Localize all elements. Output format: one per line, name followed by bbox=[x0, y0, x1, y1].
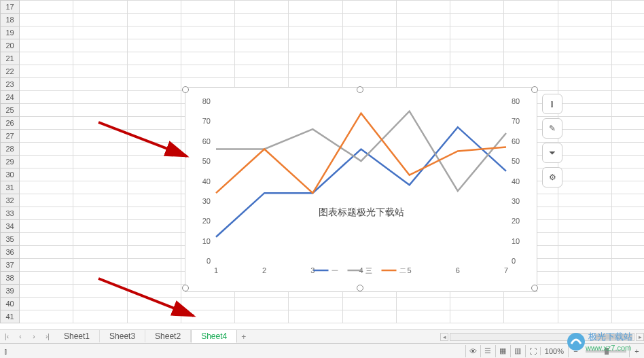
chart-object[interactable]: 0010102020303040405050606070708080123456… bbox=[185, 87, 537, 292]
cell[interactable] bbox=[611, 272, 644, 285]
cell[interactable] bbox=[396, 1, 450, 14]
cell[interactable] bbox=[611, 298, 644, 310]
view-eye-icon[interactable]: 👁 bbox=[465, 345, 480, 357]
cell[interactable] bbox=[289, 26, 342, 39]
cell[interactable] bbox=[289, 14, 342, 26]
cell[interactable] bbox=[127, 26, 181, 39]
cell[interactable] bbox=[342, 310, 396, 323]
cell[interactable] bbox=[504, 52, 558, 65]
cell[interactable] bbox=[558, 117, 611, 130]
cell[interactable] bbox=[181, 26, 234, 39]
cell[interactable] bbox=[73, 130, 127, 143]
cell[interactable] bbox=[73, 220, 127, 233]
cell[interactable] bbox=[127, 143, 181, 156]
row-header[interactable]: 19 bbox=[1, 26, 20, 39]
cell[interactable] bbox=[611, 207, 644, 220]
cell[interactable] bbox=[342, 298, 396, 310]
cell[interactable] bbox=[127, 1, 181, 14]
cell[interactable] bbox=[558, 156, 611, 168]
cell[interactable] bbox=[20, 91, 73, 104]
cell[interactable] bbox=[558, 130, 611, 143]
cell[interactable] bbox=[611, 117, 644, 130]
cell[interactable] bbox=[127, 14, 181, 26]
sheet-nav-last[interactable]: ›| bbox=[41, 331, 54, 343]
cell[interactable] bbox=[181, 14, 234, 26]
chart-filter-icon[interactable]: ⏷ bbox=[542, 143, 562, 163]
cell[interactable] bbox=[289, 310, 342, 323]
cell[interactable] bbox=[20, 78, 73, 91]
cell[interactable] bbox=[73, 181, 127, 194]
cell[interactable] bbox=[20, 1, 73, 14]
cell[interactable] bbox=[20, 52, 73, 65]
view-fullscreen-icon[interactable]: ⛶ bbox=[525, 345, 540, 357]
row-header[interactable]: 23 bbox=[1, 78, 20, 91]
cell[interactable] bbox=[611, 78, 644, 91]
cell[interactable] bbox=[73, 52, 127, 65]
cell[interactable] bbox=[558, 168, 611, 181]
cell[interactable] bbox=[127, 117, 181, 130]
cell[interactable] bbox=[127, 233, 181, 246]
cell[interactable] bbox=[558, 181, 611, 194]
cell[interactable] bbox=[342, 26, 396, 39]
cell[interactable] bbox=[73, 207, 127, 220]
cell[interactable] bbox=[235, 39, 289, 52]
cell[interactable] bbox=[20, 104, 73, 117]
cell[interactable] bbox=[558, 65, 611, 78]
resize-handle-nw[interactable] bbox=[182, 86, 189, 93]
cell[interactable] bbox=[342, 14, 396, 26]
cell[interactable] bbox=[127, 168, 181, 181]
cell[interactable] bbox=[504, 39, 558, 52]
cell[interactable] bbox=[20, 14, 73, 26]
row-header[interactable]: 38 bbox=[1, 272, 20, 285]
row-header[interactable]: 36 bbox=[1, 246, 20, 259]
cell[interactable] bbox=[611, 285, 644, 298]
cell[interactable] bbox=[396, 310, 450, 323]
cell[interactable] bbox=[73, 78, 127, 91]
cell[interactable] bbox=[289, 298, 342, 310]
cell[interactable] bbox=[127, 220, 181, 233]
cell[interactable] bbox=[20, 130, 73, 143]
cell[interactable] bbox=[611, 14, 644, 26]
cell[interactable] bbox=[342, 1, 396, 14]
cell[interactable] bbox=[235, 14, 289, 26]
cell[interactable] bbox=[127, 39, 181, 52]
cell[interactable] bbox=[289, 39, 342, 52]
cell[interactable] bbox=[73, 285, 127, 298]
chart-styles-icon[interactable]: ✎ bbox=[542, 118, 562, 139]
cell[interactable] bbox=[127, 246, 181, 259]
cell[interactable] bbox=[504, 26, 558, 39]
cell[interactable] bbox=[20, 233, 73, 246]
cell[interactable] bbox=[396, 52, 450, 65]
cell[interactable] bbox=[235, 52, 289, 65]
cell[interactable] bbox=[20, 168, 73, 181]
resize-handle-ne[interactable] bbox=[531, 86, 538, 93]
cell[interactable] bbox=[235, 26, 289, 39]
resize-handle-n[interactable] bbox=[357, 86, 363, 93]
cell[interactable] bbox=[73, 168, 127, 181]
cell[interactable] bbox=[127, 310, 181, 323]
cell[interactable] bbox=[73, 39, 127, 52]
sheet-tab-sheet2[interactable]: Sheet2 bbox=[145, 330, 191, 342]
cell[interactable] bbox=[73, 91, 127, 104]
row-header[interactable]: 37 bbox=[1, 259, 20, 272]
cell[interactable] bbox=[20, 65, 73, 78]
cell[interactable] bbox=[396, 14, 450, 26]
cell[interactable] bbox=[235, 1, 289, 14]
row-header[interactable]: 29 bbox=[1, 156, 20, 168]
cell[interactable] bbox=[504, 298, 558, 310]
cell[interactable] bbox=[558, 52, 611, 65]
cell[interactable] bbox=[73, 194, 127, 207]
cell[interactable] bbox=[611, 26, 644, 39]
row-header[interactable]: 33 bbox=[1, 207, 20, 220]
cell[interactable] bbox=[73, 233, 127, 246]
cell[interactable] bbox=[181, 310, 234, 323]
cell[interactable] bbox=[504, 65, 558, 78]
cell[interactable] bbox=[181, 52, 234, 65]
cell[interactable] bbox=[73, 117, 127, 130]
cell[interactable] bbox=[20, 259, 73, 272]
row-header[interactable]: 30 bbox=[1, 168, 20, 181]
cell[interactable] bbox=[127, 181, 181, 194]
cell[interactable] bbox=[558, 39, 611, 52]
hscroll-left[interactable]: ◂ bbox=[440, 333, 448, 341]
cell[interactable] bbox=[20, 181, 73, 194]
